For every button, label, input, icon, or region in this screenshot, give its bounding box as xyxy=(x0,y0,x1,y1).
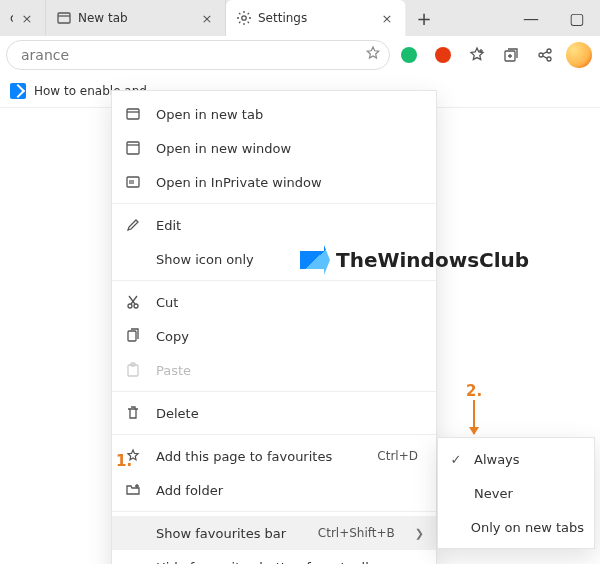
titlebar: cks, H × New tab × Settings × + — ▢ xyxy=(0,0,600,36)
submenu-always[interactable]: ✓ Always xyxy=(438,442,594,476)
paste-icon xyxy=(124,362,142,378)
annotation-arrow xyxy=(473,400,475,434)
extension-grammarly[interactable] xyxy=(394,40,424,70)
new-window-icon xyxy=(124,140,142,156)
tab-label: cks, H xyxy=(10,11,13,25)
svg-point-8 xyxy=(547,49,551,53)
menu-show-favourites-bar[interactable]: Show favourites bar Ctrl+Shift+B ❯ xyxy=(112,516,436,550)
scissors-icon xyxy=(124,294,142,310)
menu-paste: Paste xyxy=(112,353,436,387)
favorites-star-icon xyxy=(468,46,486,64)
gear-icon xyxy=(236,10,252,26)
tab-settings[interactable]: Settings × xyxy=(226,0,406,36)
close-icon[interactable]: × xyxy=(199,11,215,26)
menu-open-inprivate[interactable]: Open in InPrivate window xyxy=(112,165,436,199)
tab-newtab[interactable]: New tab × xyxy=(46,0,226,36)
annotation-step-1: 1. xyxy=(116,452,132,470)
svg-point-7 xyxy=(539,53,543,57)
pencil-icon xyxy=(124,217,142,233)
watermark-text: TheWindowsClub xyxy=(336,248,529,272)
separator xyxy=(112,434,436,435)
share-icon xyxy=(536,46,554,64)
favorite-outline-icon[interactable] xyxy=(365,45,381,65)
watermark: TheWindowsClub xyxy=(300,245,529,275)
plus-icon: + xyxy=(416,8,431,29)
favourite-site-icon[interactable] xyxy=(10,83,26,99)
submenu-never[interactable]: Never xyxy=(438,476,594,510)
window-controls: — ▢ xyxy=(508,0,600,36)
avatar xyxy=(566,42,592,68)
collections-icon xyxy=(502,46,520,64)
tab-label: Settings xyxy=(258,11,373,25)
inprivate-icon xyxy=(124,174,142,190)
address-bar[interactable]: arance xyxy=(6,40,390,70)
separator xyxy=(112,511,436,512)
collections-button[interactable] xyxy=(496,40,526,70)
submenu-only-new-tabs[interactable]: Only on new tabs xyxy=(438,510,594,544)
menu-hide-favourites-button[interactable]: Hide favourites button from toolbar xyxy=(112,550,436,564)
menu-edit[interactable]: Edit xyxy=(112,208,436,242)
menu-open-new-tab[interactable]: Open in new tab xyxy=(112,97,436,131)
new-tab-button[interactable]: + xyxy=(406,0,442,36)
menu-copy[interactable]: Copy xyxy=(112,319,436,353)
minimize-button[interactable]: — xyxy=(508,0,554,36)
new-tab-icon xyxy=(124,106,142,122)
chevron-right-icon: ❯ xyxy=(415,527,424,540)
menu-open-new-window[interactable]: Open in new window xyxy=(112,131,436,165)
separator xyxy=(112,391,436,392)
watermark-logo-icon xyxy=(300,245,330,275)
close-icon[interactable]: × xyxy=(379,11,395,26)
context-menu: Open in new tab Open in new window Open … xyxy=(111,90,437,564)
copy-icon xyxy=(124,328,142,344)
separator xyxy=(112,203,436,204)
extension-opera[interactable] xyxy=(428,40,458,70)
toolbar: arance xyxy=(0,36,600,74)
newtab-icon xyxy=(56,10,72,26)
menu-cut[interactable]: Cut xyxy=(112,285,436,319)
menu-add-page-favourites[interactable]: Add this page to favourites Ctrl+D xyxy=(112,439,436,473)
svg-rect-18 xyxy=(128,331,136,341)
address-text: arance xyxy=(21,47,365,63)
maximize-button[interactable]: ▢ xyxy=(554,0,600,36)
svg-rect-10 xyxy=(127,109,139,119)
annotation-step-2: 2. xyxy=(466,382,482,400)
menu-add-folder[interactable]: Add folder xyxy=(112,473,436,507)
tab-label: New tab xyxy=(78,11,193,25)
check-icon: ✓ xyxy=(448,452,464,467)
trash-icon xyxy=(124,405,142,421)
menu-delete[interactable]: Delete xyxy=(112,396,436,430)
profile-button[interactable] xyxy=(564,40,594,70)
folder-plus-icon xyxy=(124,482,142,498)
svg-point-16 xyxy=(128,304,132,308)
svg-point-17 xyxy=(134,304,138,308)
close-icon[interactable]: × xyxy=(19,11,35,26)
svg-point-2 xyxy=(242,16,246,20)
svg-point-9 xyxy=(547,57,551,61)
svg-rect-15 xyxy=(129,180,134,184)
green-circle-icon xyxy=(401,47,417,63)
tab-partial[interactable]: cks, H × xyxy=(0,0,46,36)
svg-rect-12 xyxy=(127,142,139,154)
submenu-show-favourites-bar: ✓ Always Never Only on new tabs xyxy=(437,437,595,549)
separator xyxy=(112,280,436,281)
share-button[interactable] xyxy=(530,40,560,70)
svg-rect-0 xyxy=(58,13,70,23)
favorites-menu-button[interactable] xyxy=(462,40,492,70)
red-circle-icon xyxy=(435,47,451,63)
